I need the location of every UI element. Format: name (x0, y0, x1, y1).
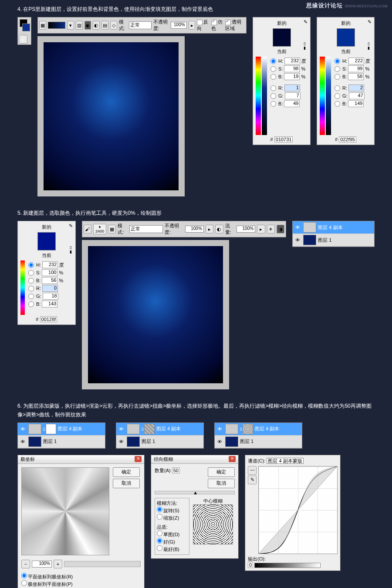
layer-row[interactable]: 👁图层 1 (116, 436, 203, 448)
layer-row[interactable]: 👁图层 1 (18, 436, 105, 448)
bg-swatch[interactable] (22, 24, 30, 31)
opacity-input[interactable]: 100% (185, 226, 204, 233)
b2-radio[interactable] (335, 101, 340, 107)
layer-mask[interactable] (46, 424, 56, 434)
layer-row[interactable]: 👁图层 1 (293, 234, 374, 247)
color-swatch[interactable] (337, 28, 355, 47)
opacity-input[interactable]: 100% (171, 22, 187, 29)
g-radio[interactable] (28, 294, 34, 299)
s-input[interactable]: 100 (42, 269, 57, 276)
hex-input[interactable]: 010731 (274, 136, 293, 142)
mode-dropdown[interactable]: 正常 (129, 225, 163, 233)
eye-icon[interactable]: 👁 (216, 439, 223, 444)
layer-row[interactable]: 👁图层 1 (215, 436, 302, 448)
layer-thumb[interactable] (225, 436, 238, 447)
output-input[interactable]: 0 (248, 562, 253, 568)
s-input[interactable]: 99 (348, 65, 364, 72)
color-swatch[interactable] (37, 232, 56, 250)
zoom-input[interactable]: 100% (32, 561, 52, 568)
r-radio[interactable] (270, 85, 276, 91)
quickmask-icon[interactable]: ◎ (19, 35, 27, 44)
tablet-opac-icon[interactable]: ◐ (215, 225, 223, 233)
h-radio[interactable] (270, 58, 276, 64)
hue-bar[interactable] (256, 57, 261, 135)
b2-input[interactable]: 49 (284, 100, 300, 107)
hex-input[interactable]: 022f95 (339, 136, 356, 142)
g-input[interactable]: 47 (349, 92, 365, 99)
planar-to-polar-radio[interactable] (21, 573, 27, 578)
dropdown-icon[interactable]: ▾ (67, 21, 74, 30)
eye-icon[interactable]: 👁 (117, 426, 125, 432)
bv-input[interactable]: 19 (284, 73, 300, 80)
brush-panel-icon[interactable]: ▦ (108, 225, 116, 233)
r-input[interactable]: 1 (284, 84, 300, 91)
layer-thumb[interactable] (303, 235, 316, 245)
minus-icon[interactable]: − (21, 560, 30, 568)
brush-icon[interactable]: 🖌 (84, 225, 91, 233)
eyedropper-icon[interactable]: ✎ (69, 223, 73, 229)
eye-icon[interactable]: 👁 (117, 439, 125, 444)
h-input[interactable]: 232 (284, 57, 300, 64)
blur-center[interactable] (193, 504, 233, 544)
gradient-swatch[interactable] (48, 22, 65, 29)
g-input[interactable]: 7 (285, 92, 301, 99)
ok-button[interactable]: 确定 (208, 467, 235, 477)
b-radio[interactable] (28, 278, 34, 284)
layer-row[interactable]: 👁▯图层 4 副本 (116, 423, 203, 436)
eye-icon[interactable]: 👁 (19, 439, 27, 444)
ok-button[interactable]: 确定 (113, 467, 140, 477)
g-radio[interactable] (270, 93, 276, 99)
h-input[interactable]: 222 (348, 57, 364, 64)
plus-icon[interactable]: + (54, 560, 62, 568)
amount-input[interactable]: 50 (172, 467, 180, 473)
r-input[interactable]: 2 (348, 84, 364, 91)
brush-preset[interactable]: ●2400 (93, 224, 106, 234)
diamond-grad-icon[interactable]: ◇ (110, 21, 117, 30)
reflect-grad-icon[interactable]: ▤ (101, 21, 108, 30)
slider-handle[interactable]: ▲ (193, 490, 198, 495)
cancel-button[interactable]: 取消 (208, 479, 235, 488)
curves-graph[interactable] (258, 466, 338, 554)
eyedropper-icon[interactable]: ✎ (368, 19, 372, 25)
layer-thumb[interactable] (127, 436, 140, 447)
drop-icon[interactable]: ▸ (257, 225, 265, 233)
sv-bar[interactable] (262, 57, 267, 135)
bv-input[interactable]: 58 (348, 73, 364, 80)
opacity-drop-icon[interactable]: ▸ (189, 21, 196, 30)
h-input[interactable]: 232 (42, 261, 58, 268)
pencil-icon[interactable]: ✎ (248, 476, 257, 484)
eye-icon[interactable]: 👁 (294, 237, 301, 243)
color-swatch[interactable] (273, 28, 291, 47)
best-radio[interactable] (157, 545, 162, 551)
cancel-button[interactable]: 取消 (113, 479, 140, 488)
airbrush-icon[interactable]: ✈ (267, 225, 275, 233)
dither-checkbox[interactable] (211, 20, 217, 25)
hex-input[interactable]: 00128f (40, 316, 57, 322)
eyedropper-icon[interactable]: ✎ (304, 19, 308, 25)
b2-radio[interactable] (270, 101, 276, 107)
spin-radio[interactable] (157, 507, 162, 512)
good-radio[interactable] (157, 538, 162, 544)
polar-to-planar-radio[interactable] (21, 580, 27, 586)
layer-row[interactable]: 👁▯图层 4 副本 (18, 423, 105, 436)
s-input[interactable]: 98 (284, 65, 300, 72)
s-radio[interactable] (28, 270, 34, 276)
g-input[interactable]: 18 (43, 293, 58, 300)
layer-thumb[interactable] (303, 222, 316, 233)
angle-grad-icon[interactable]: ◐ (93, 21, 100, 30)
h-radio[interactable] (335, 58, 340, 64)
layer-thumb[interactable] (28, 424, 41, 434)
layer-thumb[interactable] (28, 436, 41, 447)
mode-dropdown[interactable]: 正常 (129, 21, 152, 29)
layer-mask[interactable] (243, 424, 253, 434)
hue-bar[interactable] (20, 260, 25, 315)
layer-mask[interactable] (144, 424, 155, 434)
eye-icon[interactable]: 👁 (294, 225, 301, 230)
b2-input[interactable]: 149 (348, 100, 364, 107)
r-input[interactable]: 0 (42, 285, 58, 292)
close-icon[interactable]: ✕ (135, 456, 142, 462)
b2-radio[interactable] (28, 301, 34, 307)
flow-input[interactable]: 100% (237, 226, 255, 233)
hue-bar[interactable] (320, 57, 325, 135)
bv-input[interactable]: 56 (42, 277, 57, 284)
